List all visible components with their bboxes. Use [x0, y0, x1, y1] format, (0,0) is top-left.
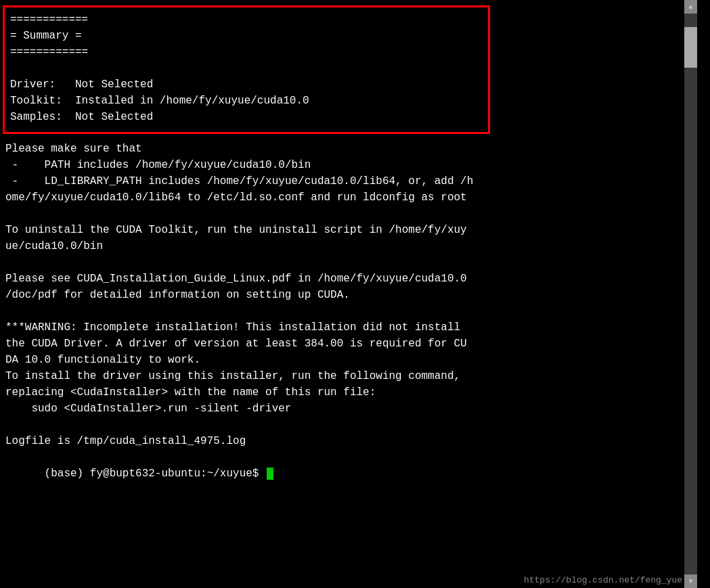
watermark: https://blog.csdn.net/feng_yue: [524, 575, 682, 585]
terminal-window: ============ = Summary = ============ Dr…: [0, 0, 697, 588]
empty-line-1: [5, 206, 697, 222]
summary-driver-line: Driver: Not Selected: [10, 76, 483, 93]
output-line-9: ***WARNING: Incomplete installation! Thi…: [5, 319, 697, 336]
empty-line-2: [5, 254, 697, 271]
output-line-7: Please see CUDA_Installation_Guide_Linux…: [5, 271, 697, 287]
output-line-1: Please make sure that: [5, 141, 697, 157]
scrollbar-thumb[interactable]: [684, 27, 697, 68]
summary-line-1: ============: [10, 12, 483, 28]
terminal-output: Please make sure that - PATH includes /h…: [3, 141, 697, 498]
terminal-cursor: [267, 468, 273, 480]
terminal-prompt[interactable]: (base) fy@bupt632-ubuntu:~/xuyue$: [5, 449, 697, 498]
scrollbar-up-arrow[interactable]: [684, 0, 697, 14]
output-line-11: DA 10.0 functionality to work.: [5, 352, 697, 368]
summary-line-4: [10, 60, 483, 76]
output-line-6: ue/cuda10.0/bin: [5, 238, 697, 254]
output-line-14: sudo <CudaInstaller>.run -silent -driver: [5, 401, 697, 417]
output-line-10: the CUDA Driver. A driver of version at …: [5, 336, 697, 352]
output-line-8: /doc/pdf for detailed information on set…: [5, 287, 697, 303]
output-line-5: To uninstall the CUDA Toolkit, run the u…: [5, 222, 697, 238]
scrollbar[interactable]: [684, 0, 697, 588]
empty-line-4: [5, 417, 697, 433]
scrollbar-down-arrow[interactable]: [684, 574, 697, 588]
empty-line-3: [5, 303, 697, 319]
summary-line-2: = Summary =: [10, 28, 483, 44]
output-line-12: To install the driver using this install…: [5, 368, 697, 384]
prompt-text: (base) fy@bupt632-ubuntu:~/xuyue$: [45, 468, 265, 480]
output-line-3: - LD_LIBRARY_PATH includes /home/fy/xuyu…: [5, 173, 697, 189]
summary-box: ============ = Summary = ============ Dr…: [3, 5, 490, 134]
output-line-15: Logfile is /tmp/cuda_install_4975.log: [5, 433, 697, 449]
output-line-2: - PATH includes /home/fy/xuyue/cuda10.0/…: [5, 157, 697, 173]
summary-toolkit-line: Toolkit: Installed in /home/fy/xuyue/cud…: [10, 93, 483, 109]
output-line-4: ome/fy/xuyue/cuda10.0/lib64 to /etc/ld.s…: [5, 189, 697, 206]
summary-samples-line: Samples: Not Selected: [10, 109, 483, 125]
summary-line-3: ============: [10, 44, 483, 60]
output-line-13: replacing <CudaInstaller> with the name …: [5, 384, 697, 401]
